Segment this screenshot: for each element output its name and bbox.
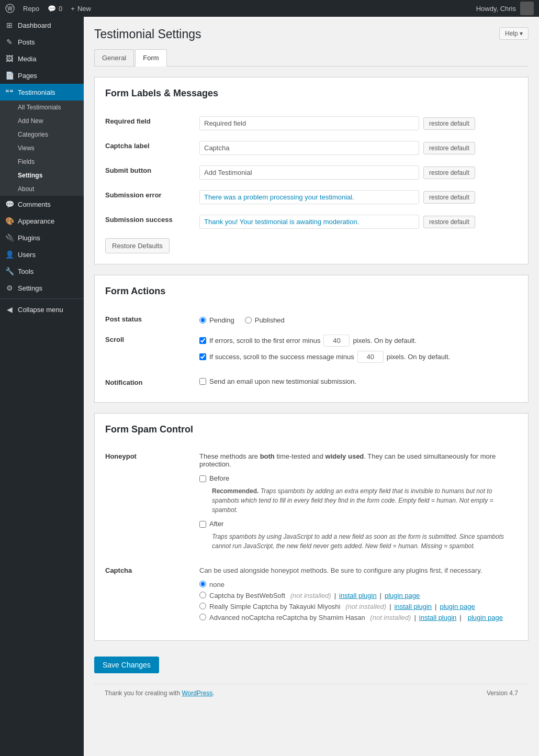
users-icon: 👤 [5, 250, 14, 259]
captcha-options-list: none Captcha by BestWebSoft (not install… [199, 581, 512, 621]
wp-logo-icon: W [5, 4, 15, 13]
sidebar-item-testimonials[interactable]: ❝❝ Testimonials [0, 84, 84, 101]
comments-count: 0 [59, 5, 62, 13]
honeypot-before-label: Before [209, 474, 229, 482]
post-status-published-radio[interactable] [245, 317, 252, 324]
site-name-item[interactable]: Repo [23, 5, 39, 13]
sidebar-item-plugins[interactable]: 🔌 Plugins [0, 229, 84, 246]
notification-checkbox[interactable] [199, 378, 206, 385]
captcha-label-restore-btn[interactable]: restore default [423, 142, 475, 154]
honeypot-after-label: After [209, 520, 223, 528]
sidebar-item-label: Settings [18, 284, 42, 292]
captcha-advanced-nocaptcha-radio[interactable] [199, 614, 206, 620]
notification-label: Notification [105, 372, 199, 392]
captcha-bestwebsoft-plugin-link[interactable]: plugin page [385, 592, 420, 599]
scroll-success-row: If success, scroll to the success messag… [199, 351, 512, 363]
comments-item[interactable]: 💬 0 [48, 5, 62, 13]
tabs: General Form [94, 49, 529, 66]
sidebar-item-tools[interactable]: 🔧 Tools [0, 263, 84, 280]
settings-icon: ⚙ [5, 284, 14, 292]
scroll-label: Scroll [105, 329, 199, 372]
sidebar-item-comments[interactable]: 💬 Comments [0, 196, 84, 213]
sidebar-item-media[interactable]: 🖼 Media [0, 50, 84, 67]
submenu-all-testimonials[interactable]: All Testimonials [0, 101, 84, 114]
scroll-success-checkbox[interactable] [199, 353, 206, 360]
site-name: Repo [23, 5, 39, 13]
sidebar-divider [0, 298, 84, 299]
honeypot-after-checkbox-row: After [199, 520, 512, 528]
sidebar-item-users[interactable]: 👤 Users [0, 246, 84, 263]
submission-error-input[interactable] [199, 190, 419, 204]
user-avatar [520, 2, 534, 15]
honeypot-content: These methods are both time-tested and w… [199, 447, 518, 561]
submission-success-restore-btn[interactable]: restore default [423, 216, 475, 228]
captcha-none-radio[interactable] [199, 581, 206, 587]
main-content: Help ▾ Testimonial Settings General Form… [84, 17, 539, 756]
wp-logo-item[interactable]: W [5, 4, 15, 13]
captcha-label-input[interactable] [199, 141, 419, 155]
captcha-bestwebsoft-radio[interactable] [199, 592, 206, 598]
honeypot-after-desc: Traps spambots by using JavaScript to ad… [212, 532, 512, 551]
captcha-really-simple-plugin-link[interactable]: plugin page [440, 603, 475, 610]
required-field-input[interactable] [199, 116, 419, 130]
scroll-error-text-after: pixels. On by default. [353, 337, 416, 344]
wordpress-link[interactable]: WordPress [182, 690, 212, 697]
scroll-success-value[interactable] [357, 351, 384, 363]
submission-success-input[interactable] [199, 215, 419, 229]
captcha-advanced-nocaptcha-label: Advanced noCaptcha reCaptcha by Shamim H… [209, 614, 365, 621]
scroll-error-value[interactable] [323, 335, 350, 347]
captcha-option-advanced-nocaptcha: Advanced noCaptcha reCaptcha by Shamim H… [199, 614, 512, 621]
submenu-views[interactable]: Views [0, 141, 84, 155]
post-status-pending[interactable]: Pending [199, 316, 234, 324]
submit-button-label: Submit button [105, 160, 199, 185]
sidebar-item-pages[interactable]: 📄 Pages [0, 67, 84, 84]
sidebar-collapse-menu[interactable]: ◀ Collapse menu [0, 301, 84, 318]
footer-text: Thank you for creating with WordPress. [105, 690, 215, 697]
notification-text: Send an email upon new testimonial submi… [209, 377, 356, 385]
new-label: New [77, 5, 91, 13]
admin-bar: W Repo 💬 0 + New Howdy, Chris [0, 0, 539, 17]
captcha-label-input-cell: restore default [199, 136, 518, 160]
submenu-categories[interactable]: Categories [0, 128, 84, 141]
post-status-pending-radio[interactable] [199, 317, 206, 324]
new-item[interactable]: + New [71, 5, 91, 13]
scroll-error-text-before: If errors, scroll to the first error min… [209, 337, 320, 344]
captcha-bestwebsoft-label: Captcha by BestWebSoft [209, 592, 285, 599]
post-status-row: Post status Pending Published [105, 309, 518, 329]
tab-form[interactable]: Form [135, 49, 166, 66]
sidebar-item-settings[interactable]: ⚙ Settings [0, 280, 84, 296]
honeypot-intro: These methods are both time-tested and w… [199, 452, 512, 468]
sidebar-item-posts[interactable]: ✎ Posts [0, 34, 84, 50]
required-field-restore-btn[interactable]: restore default [423, 117, 475, 130]
submenu-fields[interactable]: Fields [0, 155, 84, 169]
submission-error-restore-btn[interactable]: restore default [423, 191, 475, 204]
captcha-really-simple-radio[interactable] [199, 603, 206, 609]
comments-icon: 💬 [48, 5, 56, 13]
captcha-advanced-nocaptcha-plugin-link[interactable]: plugin page [468, 614, 503, 621]
honeypot-after-checkbox[interactable] [199, 521, 206, 528]
sidebar-item-label: Testimonials [18, 88, 55, 96]
captcha-advanced-nocaptcha-install-link[interactable]: install plugin [419, 614, 457, 621]
submenu-about[interactable]: About [0, 182, 84, 196]
submission-success-input-row: restore default [199, 215, 512, 229]
submission-success-label: Submission success [105, 209, 199, 234]
captcha-really-simple-install-link[interactable]: install plugin [395, 603, 432, 610]
sidebar-item-dashboard[interactable]: ⊞ Dashboard [0, 17, 84, 34]
plugins-icon: 🔌 [5, 234, 14, 242]
help-button[interactable]: Help ▾ [499, 27, 529, 40]
submenu-add-new[interactable]: Add New [0, 114, 84, 128]
scroll-error-checkbox[interactable] [199, 337, 206, 344]
spam-control-table: Honeypot These methods are both time-tes… [105, 447, 518, 630]
captcha-bestwebsoft-install-link[interactable]: install plugin [339, 592, 377, 599]
save-changes-button[interactable]: Save Changes [94, 657, 159, 673]
form-labels-section: Form Labels & Messages Required field re… [94, 77, 529, 264]
sidebar-item-appearance[interactable]: 🎨 Appearance [0, 213, 84, 229]
tab-general[interactable]: General [94, 49, 134, 66]
version-text: Version 4.7 [487, 690, 518, 697]
submit-button-restore-btn[interactable]: restore default [423, 166, 475, 179]
honeypot-before-checkbox[interactable] [199, 475, 206, 482]
submenu-settings[interactable]: Settings [0, 169, 84, 182]
restore-defaults-button[interactable]: Restore Defaults [105, 238, 170, 253]
post-status-published[interactable]: Published [245, 316, 285, 324]
submit-button-input[interactable] [199, 165, 419, 180]
